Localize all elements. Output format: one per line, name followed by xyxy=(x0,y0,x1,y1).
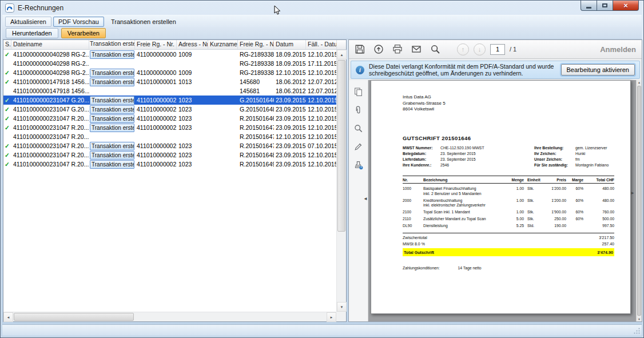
pdf-page: Intus Data AG Grabenwis-Strasse 5 8604 V… xyxy=(371,80,631,314)
column-header[interactable]: Datum xyxy=(274,40,306,49)
horizontal-scroll-thumb[interactable] xyxy=(14,313,134,321)
scroll-right-icon[interactable]: ► xyxy=(327,312,336,322)
column-header[interactable]: Adress - Nr. xyxy=(177,40,208,49)
close-button[interactable]: × xyxy=(613,1,639,11)
table-row[interactable]: ✓41101000000231047 R.20...Transaktion er… xyxy=(3,150,336,160)
pdf-scroll-thumb[interactable] xyxy=(637,86,641,316)
table-row[interactable]: 41101000000147918 1456...14568118.06.201… xyxy=(3,86,336,96)
save-icon[interactable] xyxy=(355,44,365,54)
invoice-item-row: 2000Kreditorenbuchhaltunginkl. elektroni… xyxy=(403,198,614,208)
totals: Zwischentotal3'217.50MWSt 8.0 %257.40 xyxy=(403,233,614,247)
transaktion-erstellen-button[interactable]: Transaktion erstel... xyxy=(90,114,134,123)
tab-pdf-vorschau[interactable]: PDF Vorschau xyxy=(53,17,104,27)
table-row[interactable]: ✓41101000000147918 1456...Transaktion er… xyxy=(3,77,336,86)
column-header[interactable]: Kurzname xyxy=(208,40,238,49)
cell-dateiname: 41101000000147918 1456... xyxy=(11,77,89,86)
maximize-button[interactable] xyxy=(597,1,613,11)
scroll-down-icon[interactable]: ▼ xyxy=(337,302,347,312)
scroll-left-icon[interactable]: ◄ xyxy=(3,312,13,322)
attachments-icon[interactable] xyxy=(353,105,363,115)
pdf-scroll-up-icon[interactable]: ▲ xyxy=(637,81,642,84)
transaktion-erstellen-button[interactable]: Transaktion erstel... xyxy=(90,69,134,77)
print-icon[interactable] xyxy=(392,44,403,54)
cell-freie-rg-nr: 411010000002... xyxy=(135,160,177,169)
share-upload-icon[interactable] xyxy=(373,44,384,54)
cell-adress-nr: 1023 xyxy=(177,96,208,105)
collapse-right-icon[interactable]: ► xyxy=(630,190,635,196)
vertical-scrollbar[interactable]: ▲ ▼ xyxy=(336,50,346,312)
horizontal-scrollbar[interactable]: ◄ ► xyxy=(3,312,336,321)
cell-datum: 23.09.2015 xyxy=(274,150,306,160)
herunterladen-button[interactable]: Herunterladen xyxy=(6,28,58,38)
transaktion-erstellen-button[interactable]: Transaktion erstel... xyxy=(90,151,134,160)
cell-transaktion: Transaktion erstel... xyxy=(89,50,135,59)
transaktion-erstellen-button[interactable]: Transaktion erstel... xyxy=(90,124,134,132)
meta-label: MWST Nummer: xyxy=(403,145,440,151)
meta-value: 23. September 2015 xyxy=(440,157,476,161)
page-number-input[interactable] xyxy=(490,44,505,55)
table-row[interactable]: 41101000000231047 R.20...R.20150164712.1… xyxy=(3,132,336,141)
title-bar[interactable]: E-Rechnungen × xyxy=(1,1,643,15)
resize-grip[interactable] xyxy=(633,327,641,335)
column-header[interactable]: S... xyxy=(3,40,11,49)
transaktion-erstellen-button[interactable]: Transaktion erstel... xyxy=(90,96,134,105)
previous-page-icon[interactable]: ↑ xyxy=(457,43,469,55)
search-icon[interactable] xyxy=(430,44,440,54)
grid-header: S...DateinameTransaktion erste...Freie R… xyxy=(3,40,346,50)
next-page-icon[interactable]: ↓ xyxy=(474,43,486,55)
table-row[interactable]: ✓41100000000040298 RG-2...Transaktion er… xyxy=(3,68,336,77)
cell-freie-rg-nr-2: R.201501649 xyxy=(238,160,274,169)
column-header[interactable]: Freie Rg. - Nr. xyxy=(135,40,177,49)
meta-value: Hunki xyxy=(575,152,585,156)
transaktion-erstellen-button[interactable]: Transaktion erstel... xyxy=(90,50,134,59)
cell-faell-datum: 12.10.2015 xyxy=(306,114,336,123)
transaktion-erstellen-button[interactable]: Transaktion erstel... xyxy=(90,78,134,86)
table-row[interactable]: 41100000000040298 RG-2...RG-218933818.09… xyxy=(3,59,336,68)
total-value: 257.40 xyxy=(602,241,614,248)
table-row[interactable]: ✓41101000000231047 R.20...Transaktion er… xyxy=(3,123,336,132)
app-window: E-Rechnungen × Aktualisieren PDF Vorscha… xyxy=(0,0,644,338)
find-icon[interactable] xyxy=(353,124,363,133)
cell-kurzname xyxy=(208,132,238,141)
minimize-button[interactable] xyxy=(581,1,597,11)
pdf-scroll-down-icon[interactable]: ▼ xyxy=(637,317,642,321)
page-thumbnails-icon[interactable] xyxy=(353,87,363,97)
item-cell: Dienstleistung xyxy=(423,224,509,229)
pdf-scrollbar[interactable]: ▲ ▼ xyxy=(636,80,642,321)
transaktion-erstellen-button[interactable]: Transaktion erstel... xyxy=(90,142,134,150)
table-row[interactable]: ✓41101000000231047 G.20...Transaktion er… xyxy=(3,105,336,114)
signature-icon[interactable] xyxy=(353,142,363,152)
column-header[interactable]: Transaktion erste... xyxy=(89,40,135,49)
column-header[interactable]: Freie Rg. - Nr. xyxy=(238,40,274,49)
item-cell: 500.00 xyxy=(583,217,614,222)
status-check-icon xyxy=(3,59,11,68)
collapse-left-icon[interactable]: ◄ xyxy=(363,196,368,201)
table-row[interactable]: ✓41101000000231047 R.20...Transaktion er… xyxy=(3,160,336,169)
email-icon[interactable] xyxy=(411,44,422,54)
table-row[interactable]: ✓41100000000040298 RG-2...Transaktion er… xyxy=(3,50,336,59)
cell-kurzname xyxy=(208,86,238,96)
transaktion-erstellen-button[interactable]: Transaktion erstel... xyxy=(90,105,134,114)
bearbeitung-aktivieren-button[interactable]: Bearbeitung aktivieren xyxy=(561,64,635,75)
transaktion-erstellen-button[interactable]: Transaktion erstel... xyxy=(90,160,134,169)
status-check-icon: ✓ xyxy=(3,141,11,150)
column-header[interactable]: Dateiname xyxy=(11,40,89,49)
tab-aktualisieren[interactable]: Aktualisieren xyxy=(5,17,51,27)
anmelden-link[interactable]: Anmelden xyxy=(600,45,636,54)
verarbeiten-button[interactable]: Verarbeiten xyxy=(61,28,106,38)
table-row[interactable]: ✓41101000000231047 R.20...Transaktion er… xyxy=(3,141,336,150)
tab-transaktionen-erstellen[interactable]: Transaktionen erstellen xyxy=(106,17,181,27)
column-header[interactable]: Fäll. - Datum xyxy=(306,40,337,49)
cell-freie-rg-nr-2: RG-2189338 xyxy=(238,68,274,77)
vertical-scroll-thumb[interactable] xyxy=(337,60,345,232)
table-row[interactable]: ✓41101000000231047 R.20...Transaktion er… xyxy=(3,114,336,123)
sender-address: Intus Data AG Grabenwis-Strasse 5 8604 V… xyxy=(403,94,446,113)
meta-value: 2546 xyxy=(440,163,449,167)
table-row[interactable]: ✓41101000000231047 G.20...Transaktion er… xyxy=(3,96,336,105)
cell-adress-nr: 1023 xyxy=(177,114,208,123)
meta-label: Lieferdatum: xyxy=(403,157,440,162)
status-check-icon xyxy=(3,86,11,96)
scroll-up-icon[interactable]: ▲ xyxy=(337,50,347,59)
stamp-info-icon[interactable]: i xyxy=(353,160,363,170)
cell-transaktion: Transaktion erstel... xyxy=(89,123,135,132)
